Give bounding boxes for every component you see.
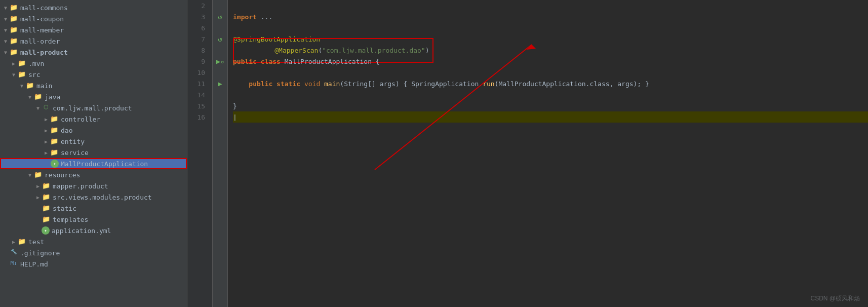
label-MallProductApplication: MallProductApplication xyxy=(61,160,182,168)
yml-icon-application: ✦ xyxy=(42,226,50,235)
label-mall-commons: mall-commons xyxy=(20,4,183,12)
gutter-15 xyxy=(213,100,227,111)
annotation-mapperscan: @MapperScan xyxy=(274,47,318,54)
run-icon-11[interactable]: ▶ xyxy=(218,80,222,88)
code-line-11: public static void main (String[] args) … xyxy=(233,78,868,89)
tree-item-dao[interactable]: ▶ 📁 dao xyxy=(0,125,187,136)
label-java: java xyxy=(45,93,183,101)
code-line-14 xyxy=(233,89,868,100)
import-keyword: import xyxy=(233,13,257,21)
watermark: CSDN @硕风和炀 xyxy=(810,294,860,303)
tree-item-templates[interactable]: 📁 templates xyxy=(0,214,187,225)
code-line-2 xyxy=(233,0,868,11)
code-line-6 xyxy=(233,22,868,33)
tree-item-entity[interactable]: ▶ 📁 entity xyxy=(0,136,187,147)
folder-icon-static: 📁 xyxy=(42,204,51,212)
bookmark-icon-3: ↺ xyxy=(218,13,222,21)
tree-item-mall-commons[interactable]: ▼ 📁 mall-commons xyxy=(0,2,187,13)
package-icon: ⬡ xyxy=(42,104,51,112)
label-mall-product: mall-product xyxy=(20,49,183,56)
code-lines[interactable]: import ... @SpringBootApplication @Mappe… xyxy=(228,0,868,307)
space-11b xyxy=(300,80,304,88)
tree-item-static[interactable]: 📁 static xyxy=(0,203,187,214)
label-src: src xyxy=(28,71,183,79)
tree-item-controller[interactable]: ▶ 📁 controller xyxy=(0,113,187,125)
mapperscan-string: "com.ljw.mall.product.dao" xyxy=(322,47,425,54)
main-args-11: (String[] args) { SpringApplication. xyxy=(340,80,483,88)
arrow-resources: ▼ xyxy=(26,172,33,178)
tree-item-mall-coupon[interactable]: ▼ 📁 mall-coupon xyxy=(0,13,187,24)
folder-icon-mall-product: 📁 xyxy=(9,48,18,56)
public-kw-9: public xyxy=(233,58,257,65)
tree-item-src[interactable]: ▼ 📁 src xyxy=(0,69,187,80)
ln-9: 9 xyxy=(187,56,208,67)
arrow-mapper-product: ▶ xyxy=(34,183,42,189)
tree-item-main[interactable]: ▼ 📁 main xyxy=(0,80,187,91)
arrow-src: ▼ xyxy=(10,72,17,78)
ln-3: 3 xyxy=(187,11,208,22)
arrow-mall-coupon: ▼ xyxy=(2,16,9,22)
class-kw-9: class xyxy=(261,58,281,65)
tree-item-service[interactable]: ▶ 📁 service xyxy=(0,147,187,158)
cursor-16: | xyxy=(233,113,237,121)
tree-item-mvn[interactable]: ▶ 📁 .mvn xyxy=(0,58,187,69)
tree-item-application-yml[interactable]: ✦ application.yml xyxy=(0,225,187,236)
tree-item-mall-member[interactable]: ▼ 📁 mall-member xyxy=(0,24,187,35)
arrow-src-views: ▶ xyxy=(34,195,42,200)
bookmark-icon-7: ↺ xyxy=(218,35,222,43)
arrow-mvn: ▶ xyxy=(10,61,17,66)
ln-10: 10 xyxy=(187,67,208,78)
ln-15: 15 xyxy=(187,100,208,111)
tree-item-src-views[interactable]: ▶ 📁 src.views.modules.product xyxy=(0,191,187,203)
tree-item-package[interactable]: ▼ ⬡ com.ljw.mall.product xyxy=(0,102,187,113)
folder-icon-mapper-product: 📁 xyxy=(42,182,51,190)
code-line-16: | xyxy=(233,111,868,123)
gutter-9: ▶ ↺ xyxy=(213,56,227,67)
tree-item-MallProductApplication[interactable]: ✦ MallProductApplication xyxy=(0,158,187,169)
arrow-java: ▼ xyxy=(26,94,33,100)
code-line-3: import ... xyxy=(233,11,868,22)
label-application-yml: application.yml xyxy=(52,227,183,235)
folder-icon-dao: 📁 xyxy=(50,126,59,134)
tree-item-mapper-product[interactable]: ▶ 📁 mapper.product xyxy=(0,180,187,191)
tree-item-mall-order[interactable]: ▼ 📁 mall-order xyxy=(0,35,187,47)
gitignore-icon: 🔧 xyxy=(9,249,18,257)
code-editor[interactable]: 2 3 6 7 8 9 10 11 14 15 16 ↺ ↺ ▶ ↺ xyxy=(187,0,868,307)
tree-item-test[interactable]: ▶ 📁 test xyxy=(0,236,187,247)
folder-icon-controller: 📁 xyxy=(50,115,59,123)
label-controller: controller xyxy=(61,116,183,123)
arrow-dao: ▶ xyxy=(43,128,50,133)
tree-item-java[interactable]: ▼ 📁 java xyxy=(0,91,187,102)
label-src-views: src.views.modules.product xyxy=(53,194,183,201)
label-mapper-product: mapper.product xyxy=(53,182,183,190)
label-mvn: .mvn xyxy=(28,60,183,67)
bookmark-icon-9: ↺ xyxy=(221,59,224,64)
label-static: static xyxy=(53,205,183,212)
ln-11: 11 xyxy=(187,78,208,89)
gutter-3: ↺ xyxy=(213,11,227,22)
ln-7: 7 xyxy=(187,33,208,45)
gutter-11: ▶ xyxy=(213,78,227,89)
run-icon-9[interactable]: ▶ xyxy=(216,57,220,65)
ln-14: 14 xyxy=(187,89,208,100)
folder-icon-resources: 📁 xyxy=(33,171,43,179)
folder-icon-mall-commons: 📁 xyxy=(9,4,18,12)
line-numbers: 2 3 6 7 8 9 10 11 14 15 16 xyxy=(187,0,213,307)
space-9b xyxy=(281,58,285,65)
code-line-9: public class MallProductApplication { xyxy=(233,56,868,67)
file-tree: ▼ 📁 mall-commons ▼ 📁 mall-coupon ▼ 📁 mal… xyxy=(0,0,187,307)
label-main: main xyxy=(36,82,183,90)
label-resources: resources xyxy=(45,171,183,179)
folder-icon-src-views: 📁 xyxy=(42,193,51,201)
label-dao: dao xyxy=(61,127,183,134)
code-line-8: @MapperScan("com.ljw.mall.product.dao") xyxy=(233,45,868,56)
tree-item-resources[interactable]: ▼ 📁 resources xyxy=(0,169,187,180)
label-test: test xyxy=(28,238,183,246)
code-line-15: } xyxy=(233,100,868,111)
tree-item-gitignore[interactable]: 🔧 .gitignore xyxy=(0,247,187,258)
main-method-11: main xyxy=(324,80,340,88)
md-icon: M↓ xyxy=(9,260,18,268)
tree-item-mall-product[interactable]: ▼ 📁 mall-product xyxy=(0,47,187,58)
tree-item-help-md[interactable]: M↓ HELP.md xyxy=(0,258,187,270)
closing-brace-15: } xyxy=(233,102,237,110)
